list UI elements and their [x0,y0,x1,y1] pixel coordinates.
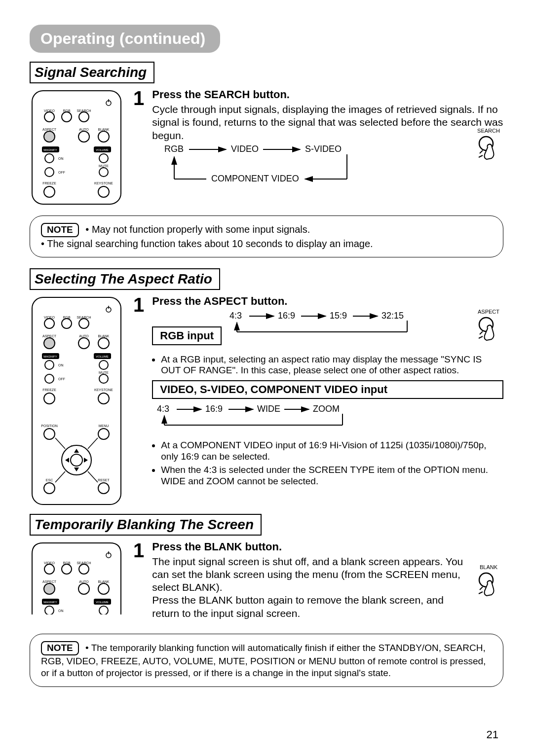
svg-text:MAGNIFY: MAGNIFY [43,601,57,604]
aspect-press-icon: ASPECT [474,309,503,347]
video-bullet2: When the 4:3 is selected under the SCREE… [161,465,503,487]
svg-line-29 [479,155,483,157]
svg-point-6 [44,131,55,142]
svg-text:OFF: OFF [58,377,65,381]
svg-text:VOLUME: VOLUME [96,601,108,604]
svg-text:MAGNIFY: MAGNIFY [43,355,57,358]
svg-point-66 [71,454,82,466]
svg-point-59 [98,393,109,404]
remote-illustration-2: VIDEO RGB SEARCH ASPECT AUTO BLANK MAGNI… [30,295,123,507]
note-box-1: NOTE • May not function properly with so… [30,216,503,257]
svg-point-107 [62,564,72,574]
svg-text:MENU: MENU [99,424,109,428]
svg-text:BLANK: BLANK [98,334,110,338]
remote-label-freeze: FREEZE [42,181,56,185]
video-cycle-diagram: 4:3 16:9 WIDE ZOOM [152,403,369,432]
svg-point-115 [98,583,109,594]
svg-point-12 [99,154,108,163]
svg-text:KEYSTONE: KEYSTONE [94,388,113,392]
svg-text:AUTO: AUTO [79,580,89,583]
svg-text:BLANK: BLANK [98,580,110,583]
svg-point-51 [99,360,108,369]
svg-point-44 [98,338,109,349]
remote-illustration-1: VIDEO RGB SEARCH ASPECT AUTO BLANK MAGNI… [30,88,123,207]
svg-text:15:9: 15:9 [330,311,347,321]
svg-text:16:9: 16:9 [205,404,223,414]
svg-point-76 [44,483,55,494]
svg-text:ZOOM: ZOOM [313,404,340,414]
svg-line-124 [480,587,483,590]
svg-point-63 [98,429,109,439]
search-press-icon: SEARCH [474,128,503,166]
remote-label-volume: VOLUME [96,148,108,151]
subhead-rgb-input: RGB input [152,326,222,345]
svg-text:VIDEO: VIDEO [231,144,259,154]
svg-point-40 [44,338,55,349]
note1-bullet2: The signal searching function takes abou… [47,238,373,249]
note-label-1: NOTE [41,223,79,237]
svg-text:ON: ON [58,363,64,367]
svg-text:RGB: RGB [164,144,184,154]
svg-text:VOLUME: VOLUME [96,355,108,358]
svg-point-4 [62,112,72,122]
svg-point-10 [45,154,54,163]
page-number: 21 [487,728,498,741]
remote-label-keystone: KEYSTONE [94,181,113,185]
subhead-video-input: VIDEO, S-VIDEO, COMPONENT VIDEO input [152,380,503,399]
svg-text:POSITION: POSITION [41,424,57,428]
remote-illustration-3: VIDEO RGB SEARCH ASPECT AUTO BLANK MAGNI… [30,540,123,614]
step-head-aspect: Press the ASPECT button. [152,295,503,308]
svg-text:16:9: 16:9 [278,311,295,321]
note1-bullet1: May not function properly with some inpu… [92,224,310,235]
step-text-search: Cycle through input signals, displaying … [152,103,503,142]
svg-point-34 [44,319,54,328]
note-box-3: NOTE • The temporarily blanking function… [30,634,503,687]
svg-text:COMPONENT VIDEO: COMPONENT VIDEO [211,174,299,183]
svg-point-42 [78,338,89,349]
heading-blank: Temporarily Blanking The Screen [30,514,262,536]
svg-point-47 [45,360,54,369]
svg-point-14 [99,168,108,177]
svg-line-28 [480,150,483,153]
section-blank-screen: Temporarily Blanking The Screen VIDEO RG… [30,514,503,687]
section-aspect-ratio: Selecting The Aspect Ratio VIDEO RGB SEA… [30,268,503,507]
page-title-pill: Operating (continued) [30,25,220,53]
heading-signal-searching: Signal Searching [30,62,154,83]
note3-text: The temporarily blanking function will a… [41,643,486,678]
svg-text:WIDE: WIDE [257,404,280,414]
svg-point-15 [44,186,55,197]
svg-point-16 [98,186,109,197]
svg-point-7 [78,131,89,142]
remote-label-auto: AUTO [79,128,89,131]
svg-text:32:15: 32:15 [381,311,404,321]
svg-text:S-VIDEO: S-VIDEO [305,144,342,154]
section-signal-searching: Signal Searching VIDEO RGB SEARCH ASPECT… [30,62,503,257]
svg-point-118 [45,606,54,614]
svg-point-8 [98,131,109,142]
svg-text:AUTO: AUTO [79,334,89,338]
step-head-blank: Press the BLANK button. [152,540,503,553]
rgb-bullet: At a RGB input, selecting an aspect rati… [161,354,503,377]
blank-press-icon: BLANK [474,564,503,602]
step-number-3: 1 [133,540,144,560]
svg-point-109 [79,564,89,574]
svg-text:ESC: ESC [46,478,53,482]
step-number-1a: 1 [133,88,144,108]
svg-text:ASPECT: ASPECT [42,580,57,583]
svg-text:4:3: 4:3 [229,311,242,321]
svg-text:RESET: RESET [98,478,110,482]
svg-text:FREEZE: FREEZE [42,388,56,392]
step-text-blank1: The input signal screen is shut off, and… [152,555,503,594]
svg-point-57 [44,393,55,404]
svg-point-78 [98,483,109,494]
svg-text:ON: ON [58,609,64,612]
svg-point-36 [62,319,72,328]
svg-point-55 [99,374,108,383]
svg-point-113 [78,583,89,594]
svg-point-61 [44,429,55,439]
svg-point-3 [44,112,54,122]
remote-label-mute: MUTE [99,164,109,168]
note-label-3: NOTE [41,641,79,655]
remote-label-on: ON [58,157,64,160]
rgb-cycle-diagram: 4:3 16:9 15:9 32:15 [225,310,442,339]
